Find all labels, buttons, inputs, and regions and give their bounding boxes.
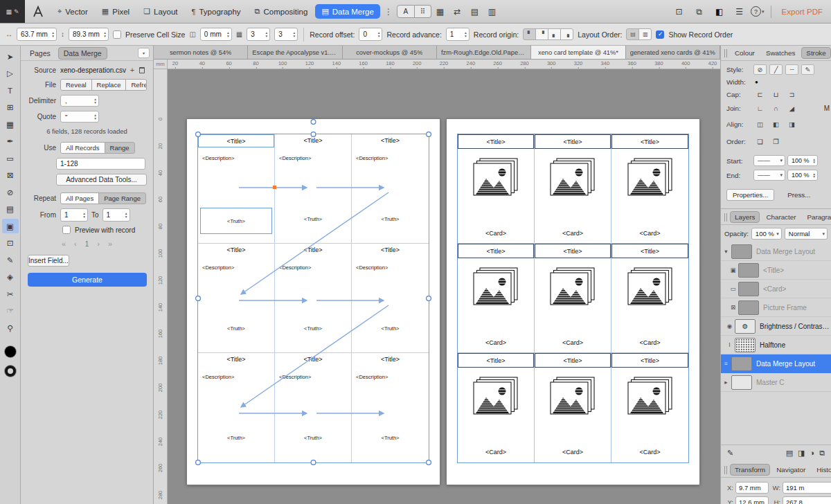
description-placeholder[interactable]: <Description> bbox=[356, 264, 388, 271]
title-placeholder[interactable]: <Title> bbox=[275, 356, 351, 363]
stroke-style-none-button[interactable]: ⊘ bbox=[753, 64, 767, 75]
layer-row-halftone[interactable]: I Halftone bbox=[721, 336, 831, 354]
columns-stepper[interactable]: ▴▾ bbox=[294, 31, 296, 37]
title-frame[interactable]: <Title> bbox=[611, 134, 688, 149]
title-placeholder[interactable]: <Title> bbox=[198, 246, 274, 253]
layer-row-picture-frame[interactable]: ⊠ Picture Frame bbox=[721, 298, 831, 317]
end-arrowhead-select[interactable]: —— ▾ bbox=[753, 170, 785, 181]
layer-thumbnail[interactable] bbox=[738, 300, 759, 315]
end-scale-field[interactable]: 100 % ▴▾ bbox=[787, 170, 818, 181]
range-input[interactable]: 1-128 bbox=[56, 158, 145, 170]
title-placeholder[interactable]: <Title> bbox=[275, 246, 351, 253]
place-image-tool[interactable]: ▤ bbox=[2, 202, 19, 217]
merge-rows-icon[interactable]: ▤ bbox=[466, 4, 483, 19]
to-field[interactable]: 1 ▴▾ bbox=[102, 208, 130, 222]
record-offset-stepper[interactable]: ▴▾ bbox=[378, 31, 380, 37]
cell-height-field[interactable]: 89.3 mm ▴▾ bbox=[69, 28, 109, 41]
cell-width-field[interactable]: 63.7 mm ▴▾ bbox=[17, 28, 57, 41]
properties-button[interactable]: Properties... bbox=[726, 189, 774, 201]
stroke-colour-swatch[interactable] bbox=[5, 366, 16, 377]
output-card-cell[interactable]: <Title> <Card> bbox=[611, 353, 688, 462]
refresh-button[interactable]: Refresh bbox=[126, 80, 147, 90]
origin-bottom-left-button[interactable]: ▖ bbox=[548, 28, 561, 40]
cap-square-button[interactable]: ⊐ bbox=[785, 89, 798, 100]
truth-placeholder[interactable]: <Truth> bbox=[275, 216, 351, 222]
cap-butt-button[interactable]: ⊏ bbox=[753, 89, 767, 100]
title-frame[interactable]: <Title> bbox=[458, 353, 534, 368]
scissors-tool[interactable]: ✂ bbox=[2, 287, 19, 301]
page-range-button[interactable]: Page Range bbox=[99, 193, 145, 204]
title-frame[interactable]: <Title> bbox=[535, 353, 611, 368]
slices-icon[interactable]: ⧉ bbox=[690, 4, 708, 19]
opacity-field[interactable]: 100 % ▾ bbox=[751, 228, 782, 240]
panel-drag-grip[interactable] bbox=[724, 49, 727, 57]
join-round-button[interactable]: ∩ bbox=[769, 103, 783, 114]
description-placeholder[interactable]: <Description> bbox=[279, 264, 311, 271]
show-record-order-checkbox[interactable] bbox=[656, 30, 664, 39]
blend-mode-select[interactable]: Normal ▾ bbox=[785, 228, 828, 240]
description-placeholder[interactable]: <Description> bbox=[279, 374, 311, 380]
card-placeholder[interactable]: <Card> bbox=[535, 230, 611, 237]
order-behind-button[interactable]: ❏ bbox=[753, 136, 767, 147]
description-placeholder[interactable]: <Description> bbox=[202, 155, 234, 161]
template-card-cell[interactable]: <Title><Description><Truth> bbox=[275, 134, 352, 244]
tab-paragraph[interactable]: Paragraph bbox=[802, 211, 831, 223]
ruler-unit-corner[interactable]: mm bbox=[154, 60, 168, 69]
title-frame[interactable]: <Title> bbox=[458, 134, 534, 149]
arrange-panel-icon[interactable]: ☰ bbox=[731, 4, 748, 19]
merge-grid-icon[interactable]: ▦ bbox=[431, 4, 449, 19]
persona-compositing[interactable]: ⧉ Compositing bbox=[249, 4, 314, 19]
fill-colour-swatch[interactable] bbox=[5, 346, 16, 357]
gutter-stepper[interactable]: ▴▾ bbox=[227, 31, 229, 37]
edit-layer-icon[interactable]: ✎ bbox=[727, 449, 733, 458]
title-frame[interactable]: <Title> bbox=[458, 244, 534, 258]
cell-width-stepper[interactable]: ▴▾ bbox=[52, 31, 54, 37]
insert-field-button[interactable]: Insert Field... bbox=[28, 255, 69, 267]
join-bevel-button[interactable]: ◢ bbox=[785, 103, 798, 114]
all-records-button[interactable]: All Records bbox=[61, 143, 105, 153]
truth-placeholder[interactable]: <Truth> bbox=[198, 435, 274, 441]
title-frame[interactable]: <Title> bbox=[611, 244, 688, 258]
frame-text-tool[interactable]: T bbox=[2, 83, 19, 98]
quote-stepper[interactable]: ▴▾ bbox=[94, 114, 96, 120]
cap-round-button[interactable]: ⊔ bbox=[769, 89, 783, 100]
tab-stroke[interactable]: Stroke bbox=[801, 47, 830, 59]
preview-mode-icon[interactable]: ⊡ bbox=[670, 4, 688, 19]
card-placeholder[interactable]: <Card> bbox=[535, 339, 611, 346]
layer-thumbnail[interactable] bbox=[731, 244, 752, 259]
app-pen-icon[interactable]: ✎ bbox=[14, 8, 19, 15]
reveal-button[interactable]: Reveal bbox=[61, 80, 92, 90]
preview-with-record-checkbox[interactable] bbox=[62, 226, 71, 234]
mask-layer-icon[interactable]: ◨ bbox=[798, 449, 805, 458]
cell-height-stepper[interactable]: ▴▾ bbox=[104, 31, 106, 37]
title-placeholder[interactable]: <Title> bbox=[352, 246, 429, 253]
x-field[interactable]: 9.7 mm bbox=[735, 482, 769, 494]
doc-tab-generated-xeno-cards[interactable]: generated xeno cards @ 41% bbox=[626, 46, 720, 59]
tab-history[interactable]: History bbox=[812, 464, 831, 476]
stroke-width-knob[interactable]: ● bbox=[755, 79, 758, 85]
order-front-button[interactable]: ❐ bbox=[769, 136, 783, 147]
add-image-layer-icon[interactable]: ▤ bbox=[786, 449, 793, 458]
stroke-style-dash-button[interactable]: ┄ bbox=[785, 64, 798, 75]
start-arrowhead-select[interactable]: —— ▾ bbox=[753, 155, 785, 166]
group-layers-icon[interactable]: ⧉ bbox=[819, 449, 825, 458]
to-stepper[interactable]: ▴▾ bbox=[125, 212, 127, 218]
title-placeholder[interactable]: <Title> bbox=[198, 356, 274, 363]
persona-layout[interactable]: ❏ Layout bbox=[137, 4, 184, 19]
record-advance-field[interactable]: 1 ▴▾ bbox=[446, 28, 470, 41]
template-card-cell[interactable]: <Title><Description><Truth> bbox=[198, 244, 275, 353]
truth-placeholder[interactable]: <Truth> bbox=[352, 435, 429, 441]
panel-drag-grip[interactable] bbox=[724, 466, 727, 474]
output-card-cell[interactable]: <Title> <Card> bbox=[535, 134, 611, 244]
from-field[interactable]: 1 ▴▾ bbox=[60, 208, 88, 222]
origin-top-left-button[interactable]: ▘ bbox=[523, 28, 536, 40]
layer-thumbnail[interactable] bbox=[731, 375, 752, 390]
hand-tool[interactable]: ☞ bbox=[2, 304, 19, 318]
template-card-cell[interactable]: <Title><Description><Truth> bbox=[275, 353, 352, 462]
zoom-tool[interactable]: ⚲ bbox=[2, 321, 19, 335]
card-placeholder[interactable]: <Card> bbox=[535, 449, 611, 456]
card-placeholder[interactable]: <Card> bbox=[611, 449, 688, 456]
layer-thumbnail[interactable] bbox=[738, 263, 759, 278]
quote-select[interactable]: " ▴▾ bbox=[60, 111, 99, 123]
description-placeholder[interactable]: <Description> bbox=[356, 155, 388, 161]
